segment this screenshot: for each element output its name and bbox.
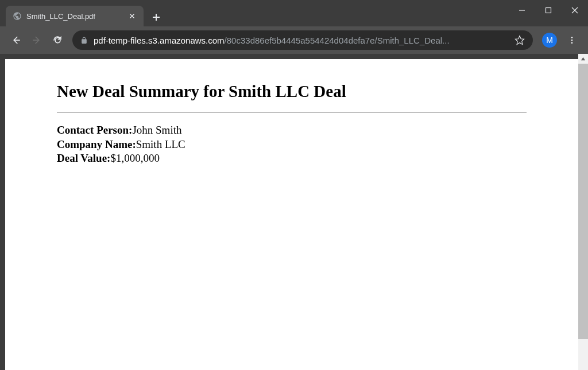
browser-tab[interactable]: Smith_LLC_Deal.pdf [6, 6, 144, 26]
forward-button[interactable] [26, 30, 47, 50]
field-company-name: Company Name:Smith LLC [57, 138, 527, 152]
browser-menu-button[interactable] [562, 30, 582, 50]
back-button[interactable] [6, 30, 26, 50]
minimize-icon [519, 7, 525, 14]
kebab-menu-icon [567, 36, 577, 45]
field-label: Deal Value: [57, 152, 110, 164]
close-icon [129, 13, 135, 19]
document-title: New Deal Summary for Smith LLC Deal [57, 82, 527, 101]
svg-point-11 [571, 37, 573, 38]
scrollbar-thumb[interactable] [578, 64, 588, 339]
tab-title: Smith_LLC_Deal.pdf [26, 12, 123, 21]
new-tab-button[interactable] [148, 9, 164, 25]
maximize-icon [545, 7, 552, 14]
browser-titlebar: Smith_LLC_Deal.pdf [0, 0, 588, 26]
close-window-button[interactable] [562, 0, 588, 21]
arrow-left-icon [11, 35, 21, 45]
maximize-button[interactable] [535, 0, 562, 21]
plus-icon [152, 13, 160, 21]
globe-icon [13, 11, 22, 21]
scroll-up-button[interactable] [578, 54, 588, 64]
divider [57, 112, 527, 113]
profile-avatar[interactable]: M [542, 33, 557, 48]
svg-marker-14 [581, 57, 585, 60]
url-domain: pdf-temp-files.s3.amazonaws.com [94, 36, 225, 45]
svg-point-13 [571, 42, 573, 44]
chevron-up-icon [581, 56, 586, 61]
browser-toolbar: pdf-temp-files.s3.amazonaws.com/80c33d86… [0, 26, 588, 54]
field-value: $1,000,000 [110, 152, 160, 164]
avatar-letter: M [546, 36, 553, 45]
address-bar[interactable]: pdf-temp-files.s3.amazonaws.com/80c33d86… [72, 30, 533, 50]
field-value: John Smith [132, 124, 181, 136]
field-contact-person: Contact Person:John Smith [57, 123, 527, 138]
field-deal-value: Deal Value:$1,000,000 [57, 151, 527, 166]
reload-icon [52, 35, 63, 45]
minimize-button[interactable] [509, 0, 535, 21]
pdf-page: New Deal Summary for Smith LLC Deal Cont… [5, 59, 578, 370]
reload-button[interactable] [47, 30, 68, 50]
close-tab-button[interactable] [127, 11, 137, 21]
field-value: Smith LLC [136, 138, 185, 150]
tab-strip: Smith_LLC_Deal.pdf [0, 0, 164, 26]
vertical-scrollbar[interactable] [578, 54, 588, 370]
svg-rect-5 [546, 8, 551, 13]
arrow-right-icon [32, 35, 42, 45]
url-path: /80c33d86ef5b4445a554424d04defa7e/Smith_… [225, 36, 450, 45]
bookmark-button[interactable] [514, 35, 525, 45]
field-label: Contact Person: [57, 124, 132, 136]
field-label: Company Name: [57, 138, 136, 150]
window-controls [509, 0, 588, 21]
lock-icon [80, 37, 88, 44]
star-icon [514, 35, 525, 45]
url-text: pdf-temp-files.s3.amazonaws.com/80c33d86… [94, 36, 509, 45]
content-wrapper: New Deal Summary for Smith LLC Deal Cont… [0, 54, 588, 370]
svg-marker-10 [516, 36, 524, 45]
close-icon [571, 7, 578, 14]
svg-point-12 [571, 40, 573, 41]
